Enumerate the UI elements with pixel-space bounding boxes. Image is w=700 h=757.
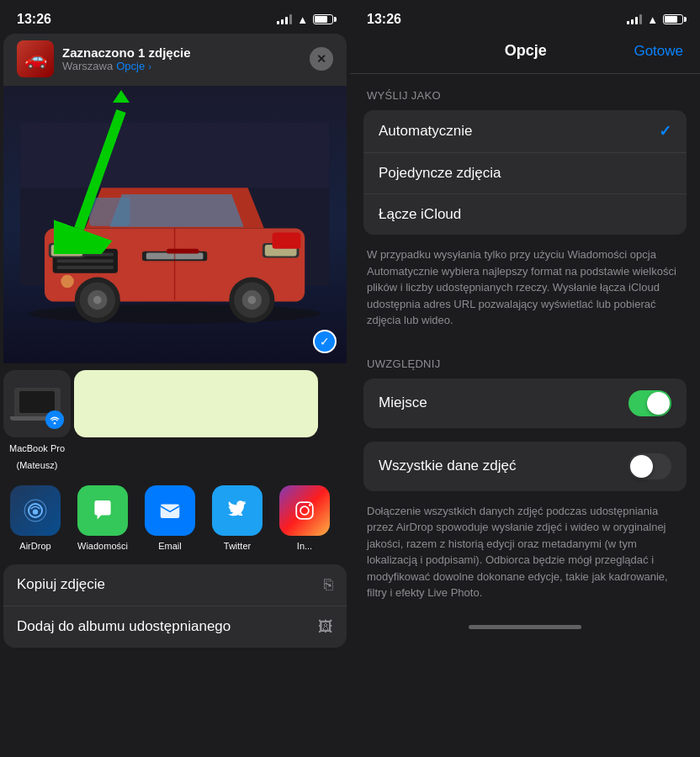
- app-item-twitter[interactable]: 𝕏 Twitter: [212, 485, 262, 551]
- svg-rect-28: [273, 233, 301, 249]
- battery-icon-right: [663, 14, 683, 24]
- svg-rect-10: [57, 260, 114, 263]
- send-as-label: WYŚLIJ JAKO: [350, 74, 700, 107]
- twitter-icon: 𝕏: [212, 485, 262, 536]
- svg-text:𝕏: 𝕏: [231, 503, 243, 518]
- option-pojedyncze[interactable]: Pojedyncze zdjęcia: [363, 153, 687, 194]
- location-text: Warszawa: [62, 60, 113, 72]
- svg-point-32: [33, 509, 38, 514]
- svg-rect-13: [51, 245, 83, 257]
- chevron-right-icon: ›: [148, 61, 151, 71]
- time-left: 13:26: [17, 12, 51, 27]
- instagram-icon: [279, 485, 330, 536]
- options-title: Opcje: [505, 42, 547, 60]
- header-text: Zaznaczono 1 zdjęcie Warszawa Opcje ›: [62, 45, 310, 72]
- airdrop-wifi-badge: [45, 410, 64, 429]
- action-rows: Kopiuj zdjęcie ⎘ Dodaj do albumu udostęp…: [3, 564, 347, 648]
- signal-icon: [277, 14, 292, 24]
- status-icons-right: ▲: [627, 13, 683, 26]
- toggle-miejsce-switch[interactable]: [628, 390, 671, 416]
- car-svg: [20, 123, 329, 326]
- svg-rect-11: [57, 266, 114, 269]
- option-automatycznie-label: Automatycznie: [379, 123, 473, 140]
- option-icloud-label: Łącze iCloud: [379, 206, 461, 223]
- copy-photo-row[interactable]: Kopiuj zdjęcie ⎘: [3, 564, 347, 606]
- app-item-airdrop[interactable]: AirDrop: [10, 485, 61, 551]
- email-label: Email: [158, 541, 182, 551]
- toggle-miejsce-row: Miejsce: [363, 378, 687, 428]
- svg-rect-26: [167, 249, 199, 254]
- photo-thumbnail: [17, 40, 54, 77]
- send-options-group: Automatycznie ✓ Pojedyncze zdjęcia Łącze…: [363, 110, 687, 235]
- checkmark-automatycznie: ✓: [659, 122, 671, 140]
- copy-icon: ⎘: [324, 576, 333, 594]
- messages-icon: [77, 485, 128, 536]
- option-icloud[interactable]: Łącze iCloud: [363, 194, 687, 235]
- header-title: Zaznaczono 1 zdjęcie: [62, 45, 310, 60]
- toggle-description: Dołączenie wszystkich danych zdjęć podcz…: [350, 495, 700, 615]
- messages-label: Wiadomości: [77, 541, 128, 551]
- macbook-label-line1: MacBook Pro: [9, 442, 65, 454]
- car-illustration: [3, 86, 347, 363]
- toggle-group: Miejsce: [363, 378, 687, 428]
- option-automatycznie[interactable]: Automatycznie ✓: [363, 110, 687, 153]
- car-image-container: ✓: [3, 86, 347, 363]
- toggle-alldata-label: Wszystkie dane zdjęć: [379, 458, 516, 474]
- toggle-group-2: Wszystkie dane zdjęć: [363, 442, 687, 491]
- album-icon: 🖼: [318, 618, 333, 636]
- twitter-label: Twitter: [224, 541, 251, 551]
- selection-checkmark: ✓: [313, 330, 337, 353]
- macbook-thumbnail: [3, 370, 71, 437]
- svg-point-25: [248, 296, 257, 304]
- instagram-label: In...: [297, 541, 312, 551]
- option-pojedyncze-label: Pojedyncze zdjęcia: [379, 165, 501, 182]
- status-bar-left: 13:26 ▲: [0, 0, 350, 34]
- signal-icon-right: [627, 14, 642, 24]
- add-album-label: Dodaj do albumu udostępnianego: [17, 618, 231, 635]
- left-panel: 13:26 ▲ Zaznaczono 1 zdjęcie Warszawa Op…: [0, 0, 350, 757]
- include-label: UWZGLĘDNIJ: [350, 342, 700, 375]
- toggle-alldata-switch[interactable]: [628, 453, 671, 479]
- home-indicator: [469, 625, 581, 629]
- send-description: W przypadku wysyłania tylko przy użyciu …: [350, 238, 700, 342]
- battery-icon: [313, 14, 333, 24]
- right-panel: 13:26 ▲ Opcje Gotowe WYŚLIJ JAKO Automat…: [350, 0, 700, 757]
- thumbnails-row: MacBook Pro (Mateusz): [0, 363, 350, 479]
- time-right: 13:26: [367, 12, 401, 27]
- airdrop-label: AirDrop: [19, 541, 50, 551]
- app-item-instagram[interactable]: In...: [279, 485, 330, 551]
- svg-point-29: [61, 275, 74, 288]
- status-bar-right: 13:26 ▲: [350, 0, 700, 34]
- toggle-miejsce-label: Miejsce: [379, 394, 427, 411]
- close-button[interactable]: ✕: [310, 47, 333, 71]
- options-header: Opcje Gotowe: [350, 34, 700, 74]
- share-header: Zaznaczono 1 zdjęcie Warszawa Opcje › ✕: [3, 34, 347, 86]
- svg-point-36: [300, 506, 309, 515]
- wifi-icon-right: ▲: [647, 13, 658, 26]
- svg-marker-2: [113, 90, 130, 103]
- email-icon: [145, 485, 195, 536]
- header-subtitle: Warszawa Opcje ›: [62, 60, 310, 72]
- apps-row: AirDrop Wiadomości Email: [0, 479, 350, 561]
- app-item-email[interactable]: Email: [145, 485, 195, 551]
- svg-rect-7: [90, 198, 130, 226]
- svg-point-37: [309, 504, 311, 506]
- macbook-label-line2: (Mateusz): [17, 459, 58, 471]
- opcje-link[interactable]: Opcje: [116, 60, 145, 72]
- svg-point-3: [29, 304, 321, 324]
- status-icons-left: ▲: [277, 13, 333, 26]
- add-album-row[interactable]: Dodaj do albumu udostępnianego 🖼: [3, 606, 347, 648]
- macbook-airdrop-item[interactable]: MacBook Pro (Mateusz): [3, 370, 71, 472]
- blank-thumbnail: [74, 370, 318, 437]
- airdrop-icon: [10, 485, 61, 536]
- toggle-alldata-row: Wszystkie dane zdjęć: [363, 442, 687, 491]
- wifi-icon: ▲: [297, 13, 308, 26]
- svg-point-21: [93, 296, 102, 304]
- app-item-messages[interactable]: Wiadomości: [77, 485, 128, 551]
- done-button[interactable]: Gotowe: [634, 43, 683, 60]
- copy-photo-label: Kopiuj zdjęcie: [17, 576, 105, 593]
- svg-rect-5: [20, 123, 329, 188]
